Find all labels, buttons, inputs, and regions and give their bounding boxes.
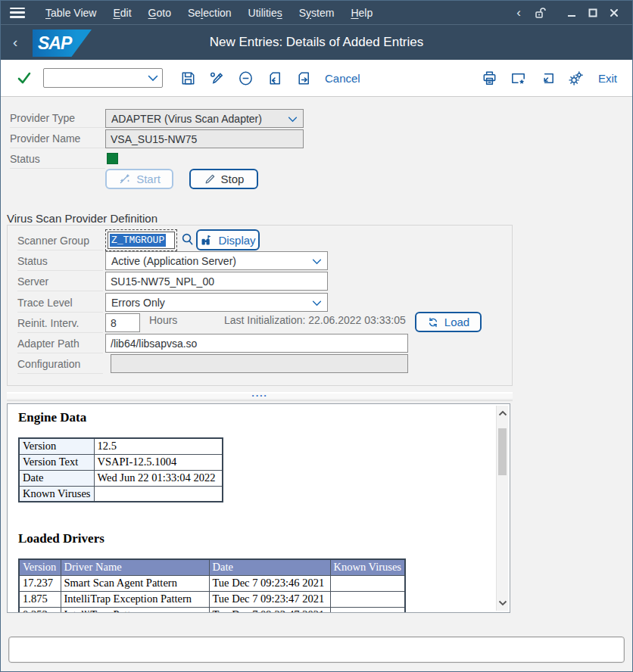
definition-section-heading: Virus Scan Provider Definition: [7, 212, 157, 225]
menu-utilities[interactable]: Utilities: [240, 7, 291, 19]
exit-page-icon[interactable]: [288, 66, 317, 90]
hamburger-menu-icon[interactable]: [10, 8, 25, 18]
chevron-down-icon: [312, 297, 322, 309]
stop-button[interactable]: Stop: [189, 169, 258, 189]
sap-gui-window: Table View Edit Goto Selection Utilities…: [0, 0, 633, 672]
display-details-icon: [200, 234, 213, 247]
server-field[interactable]: [105, 272, 328, 291]
menu-edit[interactable]: Edit: [104, 7, 139, 19]
splitter-handle[interactable]: ····: [7, 392, 513, 401]
loaded-drivers-table: Version Driver Name Date Known Viruses 1…: [18, 558, 406, 613]
hours-unit-label: Hours: [149, 314, 177, 326]
find-next-icon[interactable]: [533, 66, 562, 90]
menu-help[interactable]: Help: [342, 7, 381, 19]
loaded-drivers-heading: Loaded Drivers: [18, 531, 104, 546]
table-row: Version Text VSAPI-12.5.1004: [19, 454, 223, 470]
collapse-header-icon[interactable]: ‹: [508, 3, 529, 23]
provider-name-field[interactable]: [105, 129, 304, 148]
last-initialization-text: Last Initialization: 22.06.2022 03:33:05: [224, 314, 406, 326]
title-bar: ‹ SAP New Entries: Details of Added Entr…: [1, 24, 632, 60]
chevron-down-icon: [288, 113, 298, 125]
circle-minus-icon[interactable]: [231, 66, 260, 90]
definition-status-label: Status: [17, 252, 103, 271]
menu-system[interactable]: System: [291, 7, 343, 19]
print-icon[interactable]: [476, 66, 504, 90]
table-row: 17.237 Smart Scan Agent Pattern Tue Dec …: [19, 575, 405, 591]
reinit-interval-label: Reinit. Interv.: [17, 314, 103, 333]
scanner-group-field[interactable]: Z_TMGROUP: [108, 232, 175, 249]
adapter-path-field[interactable]: [105, 334, 408, 353]
trace-level-dropdown[interactable]: Errors Only: [105, 293, 328, 312]
command-input[interactable]: [44, 70, 148, 86]
display-button[interactable]: Display: [196, 229, 260, 250]
load-button[interactable]: Load: [415, 312, 482, 332]
unlock-icon[interactable]: [529, 3, 550, 23]
splitter-dots-icon: ····: [251, 394, 267, 397]
table-row: Known Viruses: [19, 486, 223, 502]
adapter-path-label: Adapter Path: [17, 334, 103, 353]
engine-data-panel: Engine Data Version 12.5 Version Text VS…: [7, 403, 510, 613]
value-help-magnifier-icon[interactable]: [180, 232, 195, 250]
save-icon[interactable]: [173, 66, 202, 90]
table-row: 1.875 IntelliTrap Exception Pattern Tue …: [19, 591, 405, 607]
menu-goto[interactable]: Goto: [140, 7, 179, 19]
wand-icon: [118, 173, 131, 185]
scanner-group-label: Scanner Group: [17, 232, 103, 250]
status-bar-message-field[interactable]: [8, 636, 625, 663]
settings-gears-icon[interactable]: [562, 66, 591, 90]
definition-status-dropdown[interactable]: Active (Application Server): [105, 251, 328, 270]
trace-level-label: Trace Level: [17, 294, 103, 313]
exit-button[interactable]: Exit: [598, 72, 617, 85]
reinit-interval-field[interactable]: [105, 313, 140, 332]
back-page-icon[interactable]: [260, 66, 288, 90]
menu-selection[interactable]: Selection: [179, 7, 240, 19]
configuration-field[interactable]: [111, 354, 408, 373]
maximize-button[interactable]: [582, 3, 603, 23]
table-row: 0.253 IntelliTrap Pattern Tue Dec 7 09:2…: [19, 607, 405, 613]
display-change-icon[interactable]: [202, 66, 231, 90]
table-row: Version 12.5: [19, 438, 223, 454]
minimize-button[interactable]: [561, 3, 582, 23]
table-header-row: Version Driver Name Date Known Viruses: [19, 559, 405, 575]
scroll-up-icon[interactable]: [497, 407, 508, 419]
start-button[interactable]: Start: [105, 169, 173, 189]
cancel-button[interactable]: Cancel: [325, 72, 360, 85]
find-icon[interactable]: [504, 66, 533, 90]
application-toolbar: Cancel Exit: [1, 60, 632, 97]
chevron-down-icon[interactable]: [148, 75, 158, 82]
menu-table-view[interactable]: Table View: [37, 7, 104, 19]
vertical-scrollbar[interactable]: [496, 406, 508, 611]
command-field[interactable]: [43, 68, 163, 88]
scrollbar-thumb[interactable]: [498, 428, 507, 475]
chevron-down-icon: [312, 255, 322, 267]
refresh-icon: [427, 316, 439, 328]
configuration-label: Configuration: [17, 355, 103, 374]
status-green-indicator: [107, 153, 118, 164]
engine-data-heading: Engine Data: [18, 410, 86, 425]
server-label: Server: [17, 272, 103, 291]
scroll-down-icon[interactable]: [497, 597, 508, 609]
provider-type-label: Provider Type: [10, 109, 105, 128]
enter-confirm-icon[interactable]: [10, 66, 39, 90]
page-title: New Entries: Details of Added Entries: [1, 35, 632, 50]
provider-type-dropdown[interactable]: ADAPTER (Virus Scan Adapter): [105, 109, 304, 128]
table-row: Date Wed Jun 22 01:33:04 2022: [19, 470, 223, 486]
engine-data-table: Version 12.5 Version Text VSAPI-12.5.100…: [18, 437, 223, 502]
menu-bar: Table View Edit Goto Selection Utilities…: [1, 1, 632, 24]
pencil-icon: [204, 173, 216, 185]
provider-name-label: Provider Name: [10, 129, 105, 148]
status-label: Status: [10, 150, 105, 169]
close-button[interactable]: [603, 3, 625, 23]
